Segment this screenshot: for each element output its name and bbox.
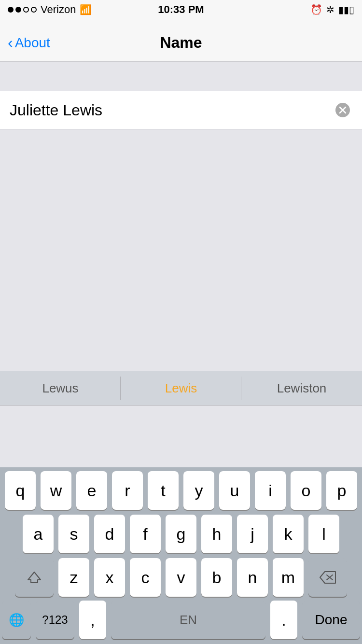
name-input[interactable] [10,101,333,119]
key-shift[interactable] [15,558,54,597]
clear-icon [335,102,350,118]
status-bar: Verizon 📶 10:33 PM ⏰ ✲ ▮▮▯ [0,0,362,19]
autocomplete-bar: Lewus Lewis Lewiston [0,371,362,406]
key-s[interactable]: s [58,515,89,553]
key-num[interactable]: ?123 [36,601,74,639]
key-q[interactable]: q [5,471,36,510]
key-h[interactable]: h [201,515,232,553]
key-j[interactable]: j [237,515,268,553]
key-c[interactable]: c [130,558,161,597]
key-y[interactable]: y [183,471,214,510]
keyboard: q w e r t y u i o p a s d f g h j k l z … [0,467,362,644]
signal-dot-1 [8,7,14,13]
key-r[interactable]: r [112,471,143,510]
key-row-bottom: 🌐 ?123 , EN . Done [0,598,362,644]
shift-icon [27,570,42,585]
back-chevron-icon: ‹ [8,35,13,50]
key-b[interactable]: b [201,558,232,597]
key-row-3: z x c v b n m [0,554,362,598]
status-left: Verizon 📶 [8,3,92,16]
key-z[interactable]: z [58,558,89,597]
input-row [0,91,362,129]
key-delete[interactable] [308,558,347,597]
autocomplete-item-0[interactable]: Lewus [0,371,121,405]
nav-title: Name [160,34,202,52]
alarm-icon: ⏰ [310,4,322,15]
battery-icon: ▮▮▯ [338,4,354,15]
key-period[interactable]: . [270,601,297,639]
back-button[interactable]: ‹ About [8,35,50,51]
key-u[interactable]: u [219,471,250,510]
key-comma[interactable]: , [79,601,106,639]
content-area [0,62,362,371]
bluetooth-icon: ✲ [326,4,334,15]
gray-area [0,129,362,371]
signal-dot-4 [31,7,37,13]
key-w[interactable]: w [41,471,71,510]
signal-dots [8,7,37,13]
status-time: 10:33 PM [158,3,204,16]
signal-dot-2 [15,7,21,13]
emoji-icon: 🌐 [9,613,24,628]
signal-dot-3 [23,7,29,13]
key-space[interactable]: EN [111,601,265,639]
key-k[interactable]: k [273,515,304,553]
clear-button[interactable] [333,100,352,120]
key-v[interactable]: v [166,558,196,597]
key-n[interactable]: n [237,558,268,597]
key-m[interactable]: m [273,558,304,597]
status-right: ⏰ ✲ ▮▮▯ [310,4,354,15]
key-row-1: q w e r t y u i o p [0,467,362,511]
key-a[interactable]: a [23,515,54,553]
autocomplete-item-1[interactable]: Lewis [121,371,241,405]
key-done[interactable]: Done [302,601,360,639]
svg-marker-3 [28,572,41,583]
key-p[interactable]: p [326,471,357,510]
key-t[interactable]: t [148,471,179,510]
key-o[interactable]: o [291,471,321,510]
back-label: About [15,35,50,51]
key-i[interactable]: i [255,471,286,510]
key-d[interactable]: d [94,515,125,553]
top-spacer [0,62,362,91]
delete-icon [319,571,336,584]
carrier-label: Verizon [41,3,76,16]
key-x[interactable]: x [94,558,125,597]
nav-bar: ‹ About Name [0,19,362,62]
key-e[interactable]: e [76,471,107,510]
key-l[interactable]: l [308,515,339,553]
autocomplete-item-2[interactable]: Lewiston [241,371,362,405]
key-g[interactable]: g [166,515,196,553]
wifi-icon: 📶 [80,4,92,15]
key-row-2: a s d f g h j k l [0,511,362,554]
key-emoji[interactable]: 🌐 [2,601,31,639]
key-f[interactable]: f [130,515,161,553]
